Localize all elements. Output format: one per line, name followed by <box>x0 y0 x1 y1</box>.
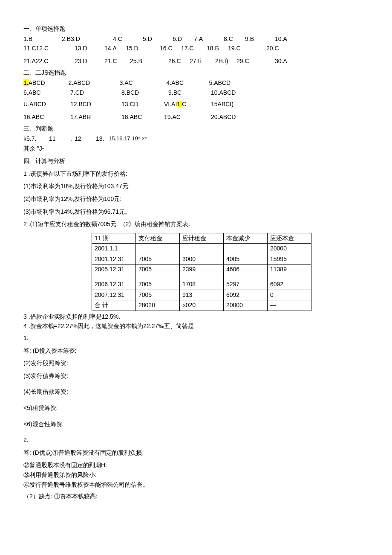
c: VI.AI1.C <box>164 100 211 109</box>
c: 21.C <box>104 57 130 66</box>
c: 17.ABR <box>70 113 121 122</box>
a2-0: 答: (D优点;①普通股筹资没有固定的股利负损; <box>23 449 369 457</box>
td: 20000 <box>224 300 268 311</box>
c: 1.ABCD <box>23 79 45 87</box>
s1-row1: 1.B 2,B3.D 4.C 5.D 6.D 7.A 8.C 9.B 10.A <box>23 35 369 44</box>
q1-3: (3)市场利率为14%,发行价格为96.71元。 <box>23 208 369 216</box>
s2-row4: 16.ABC 17.ABR 18.ABC 19.AC 20.ABCD <box>23 113 369 122</box>
q1-1: (1)市场利率为10%,发行价格为103.47元: <box>23 182 369 191</box>
s2-row2: 6.ABC 7.CD 8.BCD 9.BC 10.ABCD <box>23 89 369 97</box>
c: U.ABCD <box>23 100 70 109</box>
a1-2: (2)发行股照筹资: <box>23 359 369 368</box>
td: 6092 <box>224 290 268 300</box>
table-row: 11 期 支付租金 应计租金 本金减少 应还本金 <box>92 233 311 244</box>
td: 2001.1.1 <box>92 244 136 254</box>
c: 20.C <box>266 44 288 53</box>
c: 6.ABC <box>23 89 70 97</box>
c: 3.AC <box>120 79 167 87</box>
c: 4.ABC <box>167 79 209 87</box>
c: 2,B3.D <box>62 35 113 44</box>
highlight-2: 1. <box>177 101 182 108</box>
c: 15ABCI) <box>211 100 245 109</box>
txt: VI.AI <box>164 101 177 108</box>
c: 25.B <box>130 57 168 66</box>
c: 19.C <box>228 44 266 53</box>
a2-4: ④发行普通股号维股权资本能增强公司的信誉。 <box>23 481 369 489</box>
section-3-title: 三、判断题 <box>23 125 369 133</box>
td: 4005 <box>224 254 268 264</box>
c: 21.Λ22.C <box>23 57 75 66</box>
td: — <box>180 244 224 254</box>
td: 2005.12.31 <box>92 264 136 275</box>
td: 7005 <box>136 254 180 264</box>
c: 18.B <box>207 44 228 53</box>
c: 18.ABC <box>121 113 164 122</box>
c: 2H.I) <box>215 57 236 66</box>
c: 7.A <box>194 35 224 44</box>
c: 20.ABCD <box>211 113 245 122</box>
td: 2001.12.31 <box>92 254 136 264</box>
c: 26.C <box>168 57 190 66</box>
c: 9.B <box>245 35 275 44</box>
c: 8.BCD <box>121 89 168 97</box>
c: 19.AC <box>164 113 211 122</box>
td: 0 <box>268 290 311 300</box>
table-row: 2001.1.1 — — — 20000 <box>92 244 311 254</box>
c: k5.7. <box>23 135 49 143</box>
a2-5: （2）缺点: ①资本本钱较高: <box>23 492 369 501</box>
c: 10.ABCD <box>211 89 245 97</box>
td: 28020 <box>136 300 180 311</box>
table-row: 合 计 28020 «020 20000 — <box>92 300 311 311</box>
txt: C <box>182 101 186 108</box>
td: 11389 <box>268 264 311 275</box>
td: «020 <box>180 300 224 311</box>
q3: 3 .借款企业实际负担的利率是12.5%. <box>23 313 369 321</box>
a1-3: (3)发行债券筹资: <box>23 372 369 381</box>
td: 7005 <box>136 275 180 290</box>
c: 9.BC <box>168 89 211 97</box>
section-2-title: 二、二JS选捐题 <box>23 69 369 77</box>
c: 29.C <box>236 57 275 66</box>
table-row: 2001.12.31 7005 3000 4005 15995 <box>92 254 311 264</box>
c: 16.C <box>160 44 181 53</box>
c: 13. <box>96 135 109 143</box>
td: 4606 <box>224 264 268 275</box>
th: 支付租金 <box>136 233 180 244</box>
c: 10.A <box>275 35 296 44</box>
section-1-title: 一、单项选择题 <box>23 25 369 33</box>
txt: ABCD <box>29 79 45 86</box>
s3-line2: 其余 "J- <box>23 145 369 153</box>
c: 16.ABC <box>23 113 70 122</box>
c: 23.D <box>75 57 104 66</box>
td: 3000 <box>180 254 224 264</box>
td: 15995 <box>268 254 311 264</box>
section-4-title: 四、计算与分析 <box>23 157 369 166</box>
a2-3: ③利用普通股第资的风险小: <box>23 471 369 479</box>
c: 13.CD <box>121 100 164 109</box>
table-row: 2005.12.31 7005 2399 4606 11389 <box>92 264 311 275</box>
c: 30.Λ <box>275 57 296 66</box>
th: 应还本金 <box>268 233 311 244</box>
a1-4: (4)长期借款筹资: <box>23 388 369 396</box>
a2-num: 2. <box>23 436 369 445</box>
table-row: 2007.12.31 7005 913 6092 0 <box>92 290 311 300</box>
th: 11 期 <box>92 233 136 244</box>
td: 913 <box>180 290 224 300</box>
c: 11.C12.C <box>23 44 75 53</box>
s2-row3: U.ABCD 12.BCD 13.CD VI.AI1.C 15ABCI) <box>23 100 369 109</box>
c: 14.Λ <box>104 44 126 53</box>
c: 2.ABCD <box>69 79 120 87</box>
td: 6092 <box>268 275 311 290</box>
c: 17.C <box>181 44 207 53</box>
a1-5: <5)租赁筹资: <box>23 404 369 413</box>
q1: 1 .该债券在以下市场利率下的发行价格: <box>23 170 369 178</box>
c: 7.CD <box>70 89 121 97</box>
c: 1.B <box>23 35 62 44</box>
c: 13.D <box>75 44 104 53</box>
td: 2006.12.31 <box>92 275 136 290</box>
c: . <box>70 135 75 143</box>
td: 20000 <box>268 244 311 254</box>
td: 7005 <box>136 264 180 275</box>
s2-row1: 1.ABCD 2.ABCD 3.AC 4.ABC 5.ABCD <box>23 79 369 87</box>
a1-6: <6)混合性筹资. <box>23 420 369 429</box>
